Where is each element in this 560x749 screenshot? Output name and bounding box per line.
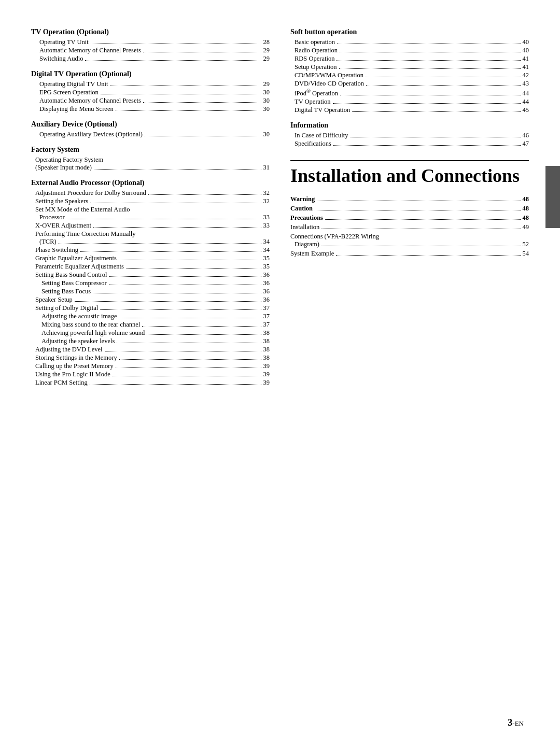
- main-content: TV Operation (Optional) Operating TV Uni…: [0, 0, 560, 749]
- toc-entry: Calling up the Preset Memory 39: [31, 362, 270, 370]
- installation-entry: Warning 48: [290, 195, 529, 203]
- section-auxiliary: Auxiliary Device (Optional) Operating Au…: [31, 120, 270, 138]
- toc-entry: Specifications 47: [290, 140, 529, 148]
- toc-entry: Adjustment Procedure for Dolby Surround …: [31, 189, 270, 197]
- toc-entry: Graphic Equalizer Adjustments 35: [31, 255, 270, 262]
- toc-entry: Using the Pro Logic II Mode 39: [31, 371, 270, 378]
- installation-title: Installation and Connections: [290, 165, 529, 187]
- section-tv-operation: TV Operation (Optional) Operating TV Uni…: [31, 28, 270, 63]
- toc-entry: Operating TV Unit 28: [31, 38, 270, 46]
- section-title-digital-tv: Digital TV Operation (Optional): [31, 70, 270, 78]
- page-number: 3-EN: [508, 717, 524, 728]
- toc-entry: Automatic Memory of Channel Presets 30: [31, 97, 270, 105]
- page-container: TV Operation (Optional) Operating TV Uni…: [0, 0, 560, 749]
- toc-entry-multiline: Performing Time Correction Manually (TCR…: [31, 230, 270, 246]
- toc-entry: Operating Digital TV Unit 29: [31, 80, 270, 88]
- section-title-auxiliary: Auxiliary Device (Optional): [31, 120, 270, 129]
- installation-entry: System Example 54: [290, 250, 529, 258]
- section-external-audio: External Audio Processor (Optional) Adju…: [31, 179, 270, 387]
- toc-entry: X-OVER Adjustment 33: [31, 222, 270, 230]
- section-title-factory: Factory System: [31, 146, 270, 154]
- toc-entry: Speaker Setup 36: [31, 296, 270, 304]
- toc-entry: Setting Bass Sound Control 36: [31, 271, 270, 279]
- section-soft-button: Soft button operation Basic operation 40…: [290, 28, 529, 114]
- toc-entry-multiline: Operating Factory System (Speaker Input …: [31, 156, 270, 172]
- toc-entry: DVD/Video CD Operation 43: [290, 80, 529, 88]
- toc-entry: Storing Settings in the Memory 38: [31, 354, 270, 362]
- section-title-external-audio: External Audio Processor (Optional): [31, 179, 270, 187]
- left-column: TV Operation (Optional) Operating TV Uni…: [31, 21, 270, 728]
- toc-entry: Parametric Equalizer Adjustments 35: [31, 263, 270, 271]
- toc-entry-multiline: Set MX Mode of the External Audio Proces…: [31, 206, 270, 221]
- toc-entry: Achieving powerful high volume sound 38: [31, 329, 270, 337]
- installation-entry: Caution 48: [290, 205, 529, 213]
- toc-entry: Displaying the Menu Screen 30: [31, 105, 270, 113]
- toc-entry: Switching Audio 29: [31, 55, 270, 63]
- toc-entry: Basic operation 40: [290, 38, 529, 46]
- toc-entry: Operating Auxiliary Devices (Optional) 3…: [31, 131, 270, 138]
- section-factory: Factory System Operating Factory System …: [31, 146, 270, 172]
- toc-entry: Setup Operation 41: [290, 63, 529, 71]
- section-title-soft-button: Soft button operation: [290, 28, 529, 36]
- installation-section: Installation and Connections Warning 48 …: [290, 160, 529, 257]
- toc-entry: Linear PCM Setting 39: [31, 379, 270, 387]
- toc-entry: CD/MP3/WMA Operation 42: [290, 72, 529, 79]
- section-information: Information In Case of Difficulty 46 Spe…: [290, 121, 529, 148]
- installation-entry-multiline: Connections (VPA-B222R Wiring Diagram) 5…: [290, 233, 529, 248]
- toc-entry: Digital TV Operation 45: [290, 106, 529, 114]
- section-digital-tv: Digital TV Operation (Optional) Operatin…: [31, 70, 270, 113]
- right-column: Soft button operation Basic operation 40…: [290, 21, 529, 728]
- toc-entry: TV Operation 44: [290, 98, 529, 106]
- toc-entry: Adjusting the DVD Level 38: [31, 346, 270, 354]
- toc-entry: iPod® Operation 44: [290, 88, 529, 97]
- toc-entry: Automatic Memory of Channel Presets 29: [31, 47, 270, 54]
- toc-entry: Radio Operation 40: [290, 47, 529, 54]
- toc-entry: Adjusting the acoustic image 37: [31, 313, 270, 320]
- section-tab: [545, 166, 560, 228]
- toc-entry: Setting the Speakers 32: [31, 197, 270, 205]
- toc-entry: Setting Bass Focus 36: [31, 288, 270, 295]
- toc-entry: In Case of Difficulty 46: [290, 132, 529, 139]
- installation-entry: Precautions 48: [290, 214, 529, 222]
- toc-entry: EPG Screen Operation 30: [31, 89, 270, 96]
- toc-entry: RDS Operation 41: [290, 55, 529, 63]
- section-title-tv-operation: TV Operation (Optional): [31, 28, 270, 36]
- toc-entry: Setting of Dolby Digital 37: [31, 304, 270, 312]
- section-title-information: Information: [290, 121, 529, 130]
- toc-entry: Mixing bass sound to the rear channel 37: [31, 321, 270, 329]
- toc-entry: Adjusting the speaker levels 38: [31, 337, 270, 345]
- installation-entry: Installation 49: [290, 223, 529, 231]
- toc-entry: Phase Switching 34: [31, 246, 270, 254]
- toc-entry: Setting Bass Compressor 36: [31, 279, 270, 287]
